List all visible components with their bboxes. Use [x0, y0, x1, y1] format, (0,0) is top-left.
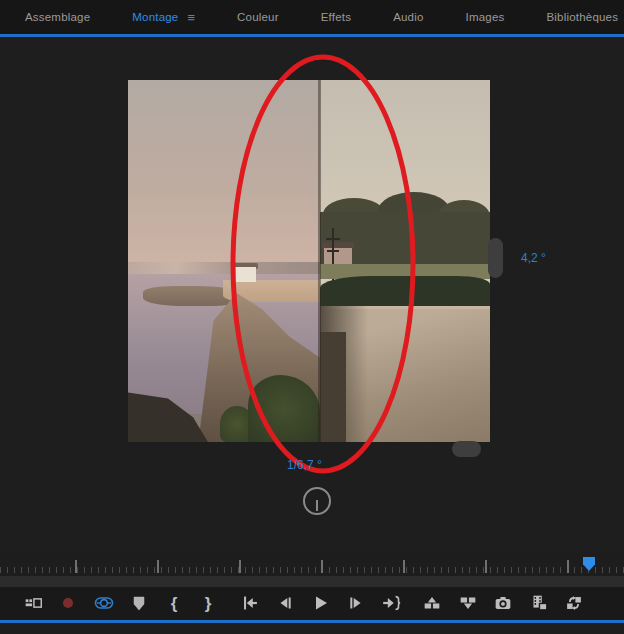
- left-house: [234, 267, 256, 282]
- clip-seam-line: [318, 80, 321, 442]
- step-forward-icon: [345, 592, 367, 614]
- right-dark-rock-edge: [320, 332, 346, 442]
- rotation-dial-icon: [303, 487, 331, 515]
- timeline-scrollbar[interactable]: [0, 576, 624, 587]
- multicam-view-toggle-button[interactable]: [20, 590, 46, 616]
- mark-out-icon: }: [205, 595, 212, 612]
- tab-assemblage[interactable]: Assemblage: [25, 11, 90, 23]
- tab-montage-group[interactable]: Montage ≡: [132, 11, 195, 24]
- loop-playback-button[interactable]: [561, 590, 587, 616]
- step-back-icon: [274, 592, 296, 614]
- lift-icon: [421, 592, 443, 614]
- transport-toolbar: { }: [0, 587, 624, 620]
- rotation-angle-value: 4,2 °: [521, 251, 546, 265]
- loop-cycle-icon: [563, 592, 585, 614]
- left-sky: [128, 80, 320, 278]
- mark-in-icon: {: [171, 595, 178, 612]
- vr-display-icon: [92, 591, 116, 615]
- record-dot-icon: [57, 592, 79, 614]
- premiere-window: Assemblage Montage ≡ Couleur Effets Audi…: [0, 0, 624, 634]
- tab-montage[interactable]: Montage: [132, 11, 178, 23]
- step-back-button[interactable]: [272, 590, 298, 616]
- vr-display-toggle-button[interactable]: [91, 590, 117, 616]
- timeline-ruler[interactable]: [0, 552, 624, 576]
- go-to-out-icon: [380, 592, 402, 614]
- tab-audio[interactable]: Audio: [393, 11, 423, 23]
- tab-images[interactable]: Images: [466, 11, 505, 23]
- go-to-in-button[interactable]: [237, 590, 263, 616]
- play-icon: [308, 591, 332, 615]
- program-monitor-frame[interactable]: [128, 80, 490, 442]
- multicam-view-icon: [22, 592, 44, 614]
- bottom-panel-edge: [0, 623, 624, 634]
- marker-icon: [128, 592, 150, 614]
- extract-button[interactable]: [455, 590, 481, 616]
- add-marker-button[interactable]: [126, 590, 152, 616]
- workspace-tab-bar: Assemblage Montage ≡ Couleur Effets Audi…: [0, 0, 624, 34]
- tab-couleur[interactable]: Couleur: [237, 11, 279, 23]
- bottom-angle-value: 1/6,7 °: [287, 458, 322, 472]
- mark-in-button[interactable]: {: [161, 590, 187, 616]
- video-right-clip: [320, 80, 490, 442]
- play-button[interactable]: [307, 590, 333, 616]
- power-pole-crossbar: [327, 250, 339, 252]
- horizontal-slider-thumb[interactable]: [452, 441, 481, 457]
- dial-hand: [316, 500, 318, 511]
- video-left-clip: [128, 80, 320, 442]
- insert-clip-button[interactable]: [526, 590, 552, 616]
- vertical-slider-thumb[interactable]: [488, 238, 503, 278]
- active-panel-accent-line: [0, 34, 624, 37]
- go-to-out-button[interactable]: [378, 590, 404, 616]
- filmstrip-copy-icon: [528, 592, 550, 614]
- multicam-record-button[interactable]: [55, 590, 81, 616]
- step-forward-button[interactable]: [343, 590, 369, 616]
- go-to-in-icon: [239, 592, 261, 614]
- tab-bibliotheques[interactable]: Bibliothèques: [546, 11, 618, 23]
- extract-icon: [457, 592, 479, 614]
- workspace-menu-icon[interactable]: ≡: [187, 11, 195, 24]
- lift-button[interactable]: [419, 590, 445, 616]
- mark-out-button[interactable]: }: [195, 590, 221, 616]
- camera-icon: [492, 592, 514, 614]
- power-pole-crossbar: [326, 238, 340, 240]
- tab-effets[interactable]: Effets: [321, 11, 351, 23]
- export-frame-button[interactable]: [490, 590, 516, 616]
